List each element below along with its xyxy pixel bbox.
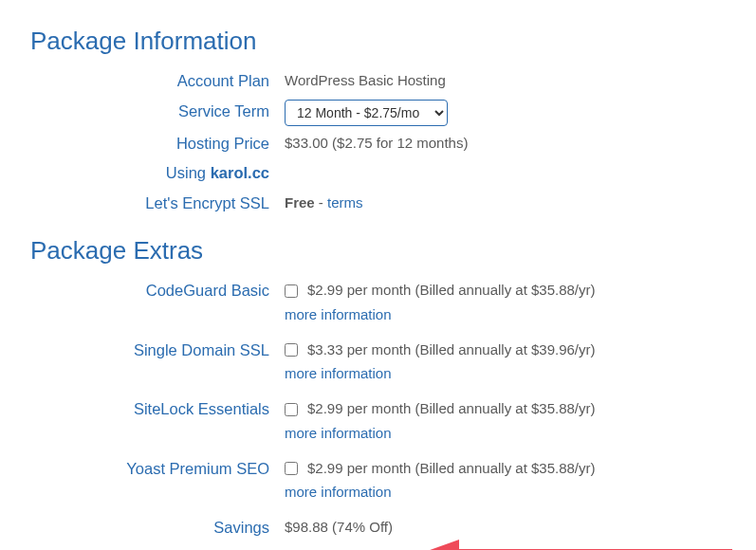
label-using-domain: Using karol.cc	[30, 161, 285, 186]
using-prefix: Using	[166, 164, 206, 181]
row-sitelock-essentials: SiteLock Essentials $2.99 per month (Bil…	[30, 397, 726, 444]
value-hosting-price: $33.00 ($2.75 for 12 months)	[285, 132, 726, 154]
label-account-plan: Account Plan	[30, 69, 285, 94]
label-codeguard-basic: CodeGuard Basic	[30, 279, 285, 303]
row-using-domain: Using karol.cc	[30, 161, 726, 186]
price-sitelock-essentials: $2.99 per month (Billed annually at $35.…	[307, 397, 596, 419]
moreinfo-yoast-premium-seo[interactable]: more information	[285, 481, 726, 503]
moreinfo-single-domain-ssl[interactable]: more information	[285, 362, 726, 384]
row-codeguard-basic: CodeGuard Basic $2.99 per month (Billed …	[30, 279, 726, 325]
row-single-domain-ssl: Single Domain SSL $3.33 per month (Bille…	[30, 339, 726, 385]
label-hosting-price: Hosting Price	[30, 132, 285, 156]
ssl-free-text: Free	[285, 194, 315, 211]
package-information-heading: Package Information	[30, 27, 726, 56]
label-single-domain-ssl: Single Domain SSL	[30, 339, 285, 363]
ssl-dash: -	[315, 194, 327, 211]
row-ssl: Let's Encrypt SSL Free - terms	[30, 192, 726, 216]
value-ssl: Free - terms	[285, 192, 726, 213]
row-total: Total $33.00	[30, 544, 726, 550]
label-ssl: Let's Encrypt SSL	[30, 192, 285, 216]
price-codeguard-basic: $2.99 per month (Billed annually at $35.…	[307, 279, 596, 301]
moreinfo-codeguard-basic[interactable]: more information	[285, 303, 726, 325]
label-service-term: Service Term	[30, 100, 285, 124]
checkbox-single-domain-ssl[interactable]	[285, 343, 298, 357]
annotation-arrow-icon	[419, 537, 742, 550]
checkbox-yoast-premium-seo[interactable]	[285, 462, 298, 475]
label-savings: Savings	[30, 516, 285, 541]
row-yoast-premium-seo: Yoast Premium SEO $2.99 per month (Bille…	[30, 457, 726, 504]
price-yoast-premium-seo: $2.99 per month (Billed annually at $35.…	[307, 457, 596, 479]
row-hosting-price: Hosting Price $33.00 ($2.75 for 12 month…	[30, 132, 726, 156]
ssl-terms-link[interactable]: terms	[327, 194, 363, 211]
label-yoast-premium-seo: Yoast Premium SEO	[30, 457, 285, 482]
value-savings: $98.88 (74% Off)	[285, 516, 726, 538]
moreinfo-sitelock-essentials[interactable]: more information	[285, 422, 726, 444]
row-account-plan: Account Plan WordPress Basic Hosting	[30, 69, 726, 94]
using-domain-name: karol.cc	[211, 164, 269, 181]
checkbox-sitelock-essentials[interactable]	[285, 403, 298, 416]
package-extras-heading: Package Extras	[30, 236, 726, 266]
svg-marker-1	[419, 539, 459, 550]
row-service-term: Service Term 12 Month - $2.75/mo	[30, 100, 726, 126]
price-single-domain-ssl: $3.33 per month (Billed annually at $39.…	[307, 339, 596, 360]
label-sitelock-essentials: SiteLock Essentials	[30, 397, 285, 422]
checkbox-codeguard-basic[interactable]	[285, 284, 298, 298]
service-term-select[interactable]: 12 Month - $2.75/mo	[285, 100, 448, 126]
value-account-plan: WordPress Basic Hosting	[285, 69, 726, 91]
label-total: Total	[30, 544, 285, 550]
